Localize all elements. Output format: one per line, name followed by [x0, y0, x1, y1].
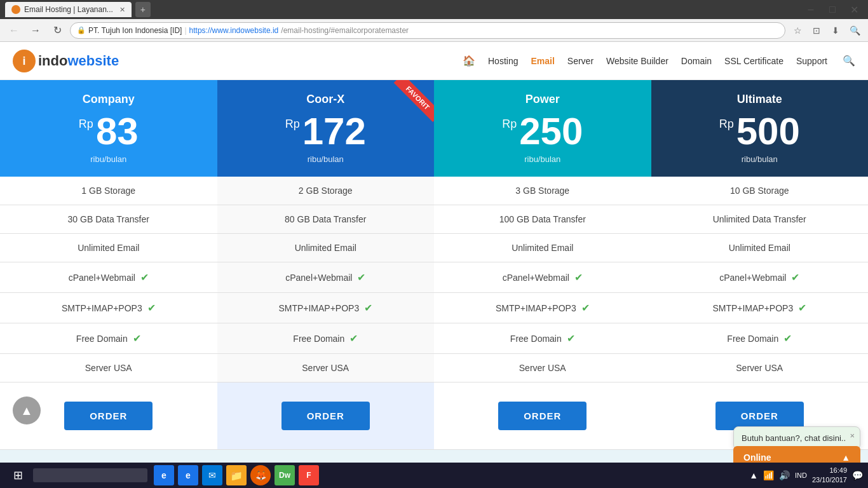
back-button[interactable]: ←: [5, 22, 23, 39]
nav-website-builder[interactable]: Website Builder: [606, 56, 668, 66]
nav-ssl[interactable]: SSL Certificate: [724, 56, 783, 66]
feature-cpanel-coor-x: cPanel+Webmail ✔: [217, 262, 435, 293]
feature-transfer-company: 30 GB Data Transfer: [0, 205, 217, 234]
price-period-company: ribu/bulan: [6, 154, 211, 164]
browser-titlebar: Email Hosting | Layanan... ✕ + – □ ✕: [0, 0, 868, 19]
minimize-button[interactable]: –: [802, 1, 820, 18]
check-icon: ✔: [798, 302, 806, 313]
extension-icon[interactable]: ⬇: [827, 22, 844, 39]
taskbar-search-input[interactable]: [33, 468, 147, 482]
taskbar-app-mail[interactable]: ✉: [201, 464, 224, 487]
chat-close-icon[interactable]: ×: [850, 431, 855, 440]
tray-up-icon[interactable]: ▲: [749, 470, 758, 480]
scroll-to-top-button[interactable]: ▲: [13, 396, 41, 424]
logo[interactable]: i indowebsite: [13, 50, 119, 72]
feature-domain-power: Free Domain ✔: [434, 323, 651, 354]
taskbar-app-firefox[interactable]: 🦊: [249, 464, 272, 487]
tab-close-icon[interactable]: ✕: [119, 6, 125, 14]
address-bar[interactable]: 🔒 PT. Tujuh Ion Indonesia [ID] | https:/…: [70, 22, 785, 39]
order-button-coor-x[interactable]: ORDER: [281, 402, 370, 430]
start-button[interactable]: ⊞: [5, 463, 31, 488]
tab-favicon: [11, 5, 20, 14]
feature-email-power: Unlimited Email: [434, 234, 651, 262]
logo-website: website: [67, 53, 119, 69]
mail-icon: ✉: [202, 465, 222, 485]
nav-support[interactable]: Support: [796, 56, 827, 66]
plan-price-power: Rp 250: [440, 112, 645, 151]
home-icon[interactable]: 🏠: [463, 55, 475, 67]
bookmark-icon[interactable]: ☆: [789, 22, 806, 39]
notification-icon[interactable]: 💬: [852, 470, 863, 480]
nav-server[interactable]: Server: [567, 56, 593, 66]
plan-price-ultimate: Rp 500: [658, 112, 862, 151]
toolbar-icons: ☆ ⊡ ⬇ 🔍: [789, 22, 863, 39]
dw-icon: Dw: [275, 465, 295, 485]
browser-tab[interactable]: Email Hosting | Layanan... ✕: [5, 2, 132, 17]
order-cell-coor-x: ORDER: [217, 383, 435, 450]
svg-text:i: i: [22, 55, 25, 67]
taskbar-app-ps[interactable]: F: [297, 464, 320, 487]
maximize-button[interactable]: □: [824, 1, 841, 18]
feature-smtp-coor-x: SMTP+IMAP+POP3 ✔: [217, 293, 435, 323]
browser-toolbar: ← → ↻ 🔒 PT. Tujuh Ion Indonesia [ID] | h…: [0, 19, 868, 42]
pricing-table: Company Rp 83 ribu/bulan Coor-X Rp 172 r…: [0, 80, 868, 450]
check-icon: ✔: [140, 272, 149, 283]
ps-icon: F: [299, 465, 319, 485]
search-icon[interactable]: 🔍: [843, 55, 855, 67]
logo-indo: indo: [38, 53, 67, 69]
feature-cpanel-company: cPanel+Webmail ✔: [0, 262, 217, 293]
currency-company: Rp: [79, 118, 93, 131]
check-icon: ✔: [349, 333, 358, 344]
feature-transfer-power: 100 GB Data Transfer: [434, 205, 651, 234]
page-content: i indowebsite 🏠 Hosting Email Server Web…: [0, 42, 868, 450]
check-icon: ✔: [567, 333, 575, 344]
nav-email[interactable]: Email: [531, 56, 554, 66]
close-window-button[interactable]: ✕: [845, 1, 863, 18]
network-icon: 📶: [763, 470, 774, 480]
search-icon[interactable]: 🔍: [846, 22, 863, 39]
feature-transfer-ultimate: Unlimited Data Transfer: [651, 205, 869, 234]
edge-icon: e: [178, 465, 198, 485]
address-url-path: /email-hosting/#emailcorporatemaster: [281, 26, 409, 35]
order-button-power[interactable]: ORDER: [498, 402, 587, 430]
new-tab-button[interactable]: +: [135, 2, 151, 17]
security-lock-icon: 🔒: [77, 26, 86, 34]
forward-button[interactable]: →: [27, 22, 44, 39]
order-button-company[interactable]: ORDER: [64, 402, 153, 430]
plan-header-ultimate: Ultimate Rp 500 ribu/bulan: [651, 80, 869, 177]
feature-storage-ultimate: 10 GB Storage: [651, 177, 869, 205]
nav-links: 🏠 Hosting Email Server Website Builder D…: [463, 55, 855, 67]
nav-hosting[interactable]: Hosting: [488, 56, 518, 66]
reload-button[interactable]: ↻: [48, 22, 66, 39]
check-icon: ✔: [581, 302, 590, 313]
address-url-domain: https://www.indowebsite.id: [189, 26, 279, 35]
plan-header-coor-x: Coor-X Rp 172 ribu/bulan FAVORIT: [217, 80, 435, 177]
check-icon: ✔: [357, 272, 365, 283]
feature-server-ultimate: Server USA: [651, 354, 869, 383]
taskbar-app-ie[interactable]: e: [153, 464, 175, 487]
nav-domain[interactable]: Domain: [681, 56, 712, 66]
check-icon: ✔: [574, 272, 583, 283]
explorer-icon: 📁: [226, 465, 247, 485]
feature-storage-power: 3 GB Storage: [434, 177, 651, 205]
feature-transfer-coor-x: 80 GB Data Transfer: [217, 205, 435, 234]
feature-storage-coor-x: 2 GB Storage: [217, 177, 435, 205]
ie-icon: e: [154, 465, 174, 485]
feature-server-coor-x: Server USA: [217, 354, 435, 383]
taskbar-app-dw[interactable]: Dw: [273, 464, 296, 487]
feature-email-coor-x: Unlimited Email: [217, 234, 435, 262]
address-domain: PT. Tujuh Ion Indonesia [ID]: [88, 26, 182, 35]
taskbar-app-explorer[interactable]: 📁: [225, 464, 248, 487]
screenshot-icon[interactable]: ⊡: [808, 22, 825, 39]
plan-name-power: Power: [440, 93, 645, 106]
logo-icon: i: [13, 50, 36, 72]
taskbar-app-edge[interactable]: e: [177, 464, 200, 487]
price-period-coor-x: ribu/bulan: [224, 154, 428, 164]
feature-cpanel-power: cPanel+Webmail ✔: [434, 262, 651, 293]
taskbar-tray: ▲ 📶 🔊 IND 16:49 23/10/2017 💬: [749, 466, 863, 485]
plan-header-company: Company Rp 83 ribu/bulan: [0, 80, 217, 177]
tab-title: Email Hosting | Layanan...: [24, 5, 113, 14]
order-cell-power: ORDER: [434, 383, 651, 450]
taskbar-apps: e e ✉ 📁 🦊 Dw F: [153, 464, 320, 487]
favorite-label: FAVORIT: [394, 80, 434, 122]
